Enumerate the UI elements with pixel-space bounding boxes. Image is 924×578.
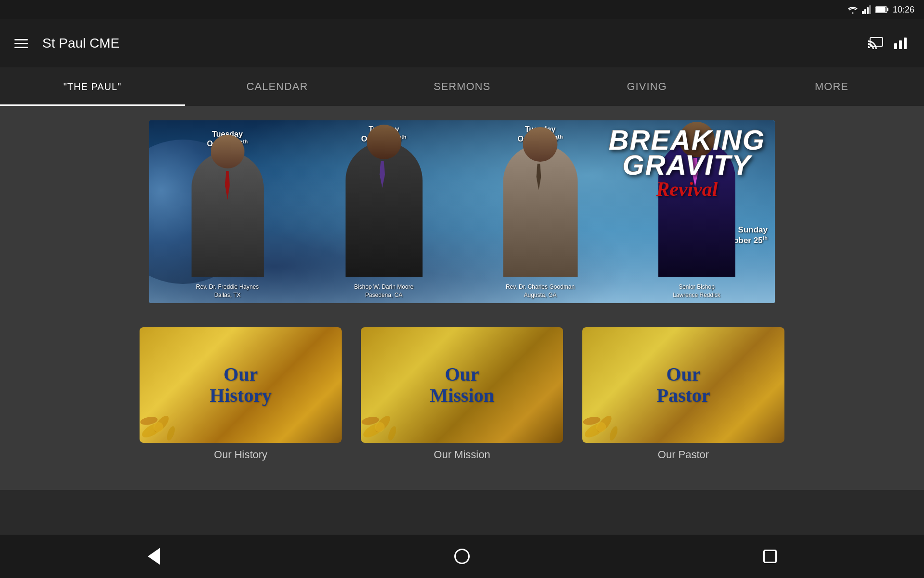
floral-decoration-2 [361, 380, 424, 443]
svg-rect-1 [864, 9, 866, 14]
main-content: BREAKING GRAVITY Revival TuesdayOctober … [0, 106, 924, 490]
person-3-body [503, 144, 578, 277]
person-slot-3: TuesdayOctober 20th Rev. Dr. Charles Goo… [462, 120, 618, 303]
card-our-mission-text: OurMission [430, 364, 494, 406]
card-our-mission-bg: OurMission [361, 327, 563, 443]
svg-rect-2 [867, 7, 869, 14]
card-our-mission-image: OurMission [361, 327, 563, 443]
tab-the-paul[interactable]: "THE PAUL" [0, 67, 185, 106]
home-icon [454, 549, 470, 564]
svg-rect-8 [894, 43, 897, 49]
card-our-history-bg: OurHistory [140, 327, 342, 443]
cast-icon[interactable] [867, 37, 884, 50]
banner-subtitle: Revival [609, 178, 765, 201]
floral-decoration-3 [582, 380, 645, 443]
svg-point-20 [387, 425, 398, 442]
person-2-head [367, 125, 401, 159]
recents-icon [763, 550, 777, 563]
status-bar: 10:26 [0, 0, 924, 19]
person-1-head [211, 135, 244, 168]
card-our-mission[interactable]: OurMission Our Mission [361, 327, 563, 461]
svg-point-19 [375, 422, 385, 432]
home-button[interactable] [448, 542, 476, 571]
wifi-icon [847, 5, 858, 14]
card-our-history-text: OurHistory [210, 364, 272, 406]
card-our-pastor-bg: OurPastor [582, 327, 784, 443]
person-3-label: Rev. Dr. Charles GoodmanAugusta, GA [462, 283, 618, 299]
card-our-history-image: OurHistory [140, 327, 342, 443]
recents-button[interactable] [756, 542, 784, 571]
status-icons: 10:26 [847, 5, 914, 15]
menu-icon[interactable] [14, 39, 28, 48]
person-4-label: Senior BishopLawrence Reddick [618, 283, 775, 299]
tab-giving[interactable]: GIVING [554, 67, 739, 106]
card-our-pastor-text: OurPastor [656, 364, 710, 406]
app-title: St Paul CME [42, 36, 853, 51]
svg-point-24 [596, 422, 606, 432]
bottom-navigation [0, 535, 924, 578]
svg-rect-6 [887, 8, 888, 11]
svg-point-15 [166, 425, 177, 442]
svg-rect-9 [899, 40, 902, 49]
tab-sermons[interactable]: SERMONS [370, 67, 554, 106]
card-our-mission-label: Our Mission [434, 449, 490, 461]
card-our-pastor-label: Our Pastor [658, 449, 709, 461]
card-our-pastor-image: OurPastor [582, 327, 784, 443]
chart-icon[interactable] [893, 37, 910, 50]
event-banner[interactable]: BREAKING GRAVITY Revival TuesdayOctober … [149, 120, 775, 303]
card-our-history-label: Our History [214, 449, 267, 461]
person-slot-1: TuesdayOctober 6th Rev. Dr. Freddie Hayn… [149, 120, 306, 303]
floral-decoration-1 [140, 380, 202, 443]
person-1-label: Rev. Dr. Freddie HaynesDallas, TX [149, 283, 306, 299]
status-time: 10:26 [893, 5, 914, 15]
back-button[interactable] [140, 542, 168, 571]
svg-rect-10 [904, 38, 907, 49]
banner-title-line2: GRAVITY [609, 153, 765, 178]
cards-section: OurHistory Our History OurMission [0, 303, 924, 475]
app-bar: St Paul CME [0, 19, 924, 67]
signal-icon [862, 5, 872, 14]
app-bar-actions [867, 37, 910, 50]
tab-more[interactable]: MORE [739, 67, 924, 106]
person-2-body [346, 142, 423, 277]
battery-icon [875, 6, 889, 13]
svg-rect-5 [876, 7, 886, 12]
banner-title-block: BREAKING GRAVITY Revival [609, 128, 765, 201]
tab-calendar[interactable]: CALENDAR [185, 67, 370, 106]
person-slot-2: TuesdayOctober 13th Bishop W. Darin Moor… [306, 120, 462, 303]
back-icon [148, 548, 160, 565]
svg-rect-0 [862, 11, 864, 14]
svg-point-25 [608, 425, 619, 442]
svg-rect-3 [869, 5, 871, 14]
svg-point-14 [154, 422, 164, 432]
person-3-head [523, 127, 558, 162]
person-2-label: Bishop W. Darin MoorePasedena, CA [306, 283, 462, 299]
nav-tabs: "THE PAUL" CALENDAR SERMONS GIVING MORE [0, 67, 924, 106]
person-1-body [192, 152, 264, 277]
card-our-history[interactable]: OurHistory Our History [140, 327, 342, 461]
card-our-pastor[interactable]: OurPastor Our Pastor [582, 327, 784, 461]
